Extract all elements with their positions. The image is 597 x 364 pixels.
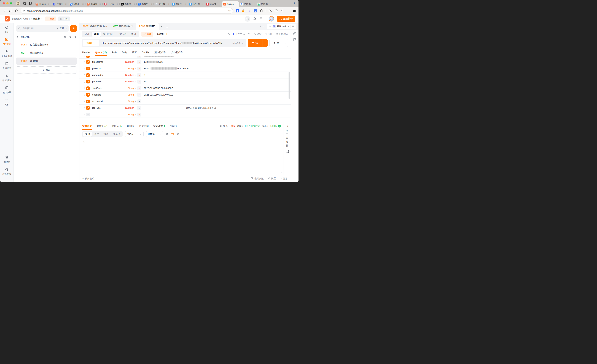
new-tab-button[interactable]: + xyxy=(292,1,297,6)
required-toggle[interactable]: * xyxy=(137,67,141,70)
send-options-icon[interactable] xyxy=(262,39,267,47)
minimize-window-button[interactable] xyxy=(6,2,8,4)
doc-tab[interactable]: POST新建接口 xyxy=(136,23,159,30)
required-toggle[interactable]: * xyxy=(137,73,141,77)
browser-tab[interactable]: 组织管 × xyxy=(171,1,188,7)
param-enabled-checkbox[interactable] xyxy=(86,73,90,77)
sidebar-item-api-manage[interactable]: API管理 xyxy=(3,38,10,46)
tab-close-icon[interactable]: × xyxy=(252,3,255,5)
sidebar-item-project-settings[interactable]: 项目设置 xyxy=(2,86,11,94)
param-key[interactable]: pageSize xyxy=(92,80,122,83)
share-button[interactable]: 分享 xyxy=(58,16,70,21)
share-api-button[interactable]: 分享 xyxy=(141,32,153,37)
param-value[interactable]: 2025-02-09T00:00:00.000Z xyxy=(144,87,288,90)
favorites-list-icon[interactable] xyxy=(268,9,272,13)
save-button[interactable]: 保 存 xyxy=(269,39,288,47)
param-enabled-checkbox[interactable] xyxy=(86,60,90,64)
extension-image-icon[interactable] xyxy=(253,9,257,13)
param-tab[interactable]: 预执行操作 xyxy=(154,49,166,56)
tab-close-icon[interactable]: × xyxy=(65,3,67,5)
sidebar-item-support[interactable]: 联系客服 xyxy=(2,167,11,176)
panel-layout-icon[interactable] xyxy=(285,150,289,153)
browser-tab[interactable]: 点点餐 × xyxy=(205,1,222,7)
param-key[interactable]: timestamp xyxy=(92,61,122,63)
view-mode-预览[interactable]: 预览 xyxy=(101,132,110,137)
add-api-button[interactable]: + xyxy=(70,25,77,32)
response-body-content[interactable] xyxy=(89,139,282,173)
param-enabled-checkbox[interactable] xyxy=(86,93,90,97)
param-value[interactable]: 1733616 xyxy=(144,61,288,63)
param-type-select[interactable]: Number xyxy=(122,61,134,63)
browser-tab[interactable]: ☰ 企业授 × xyxy=(154,1,171,7)
extension-lock-icon[interactable] xyxy=(242,9,245,13)
doc-tab-more-icon[interactable]: … xyxy=(164,25,169,28)
env-manage-icon[interactable] xyxy=(292,25,295,28)
param-tab[interactable]: Header xyxy=(82,49,90,56)
browser-tab[interactable]: ☰ Hupu.c × xyxy=(34,1,51,7)
mode-tab-一键压测[interactable]: 一键压测 xyxy=(115,32,129,37)
tab-close-icon[interactable]: × xyxy=(133,3,135,5)
tab-close-icon[interactable]: × xyxy=(82,3,84,5)
sidebar-item-docs[interactable]: 文档管理 xyxy=(2,62,11,70)
param-tab[interactable]: 认证 xyxy=(132,49,137,56)
clone-button[interactable]: 克隆 xyxy=(264,32,273,36)
param-enabled-checkbox[interactable] xyxy=(86,106,90,110)
view-mode-美化[interactable]: 美化 xyxy=(83,132,92,137)
response-tab[interactable]: Cookie xyxy=(127,122,134,130)
changelog-icon[interactable] xyxy=(259,17,263,21)
drag-handle-icon[interactable]: ⋮⋮ xyxy=(82,56,86,57)
tab-close-icon[interactable]: × xyxy=(201,3,204,5)
tab-sidebar-icon[interactable] xyxy=(28,2,32,5)
save-options-icon[interactable] xyxy=(283,39,288,47)
collapse-panel-icon[interactable]: « xyxy=(287,124,288,127)
new-button[interactable]: +新建 xyxy=(45,16,56,21)
tab-close-icon[interactable]: × xyxy=(99,3,101,5)
required-toggle[interactable]: * xyxy=(137,106,141,110)
param-value[interactable]: 3e867dbfcc60d6f xyxy=(144,67,288,70)
param-value[interactable]: 2025-02-11T00:00:00.000Z xyxy=(144,93,288,96)
drag-handle-icon[interactable]: ⋮⋮ xyxy=(82,101,86,102)
param-value[interactable]: 0 xyxy=(144,74,288,76)
param-key[interactable]: pageIndex xyxy=(92,74,122,76)
param-enabled-checkbox[interactable] xyxy=(86,56,90,58)
downloads-icon[interactable] xyxy=(280,9,284,13)
param-type-select[interactable]: Number xyxy=(122,74,134,76)
add-doc-tab-button[interactable]: + xyxy=(159,25,164,28)
browser-tab[interactable]: 新标签 × xyxy=(119,1,136,7)
bottom-bar-更多[interactable]: 更多 xyxy=(280,177,288,180)
browser-tab[interactable]: 明 新版的 × xyxy=(136,1,154,7)
required-toggle[interactable]: * xyxy=(137,56,141,58)
param-tab[interactable]: Path xyxy=(112,49,117,56)
api-version-icon[interactable] xyxy=(293,32,297,36)
doc-tab[interactable]: POST点点餐获取token xyxy=(79,23,110,30)
param-enabled-checkbox[interactable] xyxy=(86,100,90,103)
mode-tab-Mock[interactable]: Mock xyxy=(129,32,139,37)
browser-tab[interactable]: Apipos × xyxy=(222,1,239,7)
sidebar-item-history[interactable]: 最近 xyxy=(5,26,9,34)
assert-validate-label[interactable]: 断言与校验 xyxy=(286,129,288,147)
browser-tab[interactable]: G 时间戳 × xyxy=(239,1,256,7)
browser-tab[interactable]: ☰ 8点1氪 × xyxy=(85,1,102,7)
browser-tab[interactable]: 工 时间戳( × xyxy=(256,1,273,7)
browser-profile-avatar[interactable] xyxy=(16,1,20,6)
param-key[interactable]: accountId xyxy=(92,100,122,103)
copy-response-icon[interactable] xyxy=(165,133,169,136)
archive-save-button[interactable]: 归档保存 xyxy=(275,32,288,36)
download-response-icon[interactable]: ↓ xyxy=(278,125,281,127)
tab-close-icon[interactable]: × xyxy=(48,3,50,5)
drag-handle-icon[interactable]: ⋮⋮ xyxy=(82,61,86,63)
doc-tab[interactable]: GET获取签约客户 xyxy=(110,23,136,30)
invite-collaborate-button[interactable]: 邀请协作 xyxy=(277,16,295,22)
url-input[interactable]: https://api.mingdao.com/v1/open/ActionLo… xyxy=(100,42,233,44)
tab-close-icon[interactable]: × xyxy=(150,3,152,5)
param-tab[interactable]: Body xyxy=(122,49,127,56)
compact-mode-toggle[interactable]: «精简模式 xyxy=(82,177,94,180)
refresh-icon[interactable] xyxy=(64,36,66,39)
sidebar-item-more[interactable]: 更多 xyxy=(5,98,9,106)
save-response-icon[interactable] xyxy=(177,133,180,136)
api-list-item[interactable]: GET获取签约客户 xyxy=(16,49,77,56)
lock-button[interactable]: 锁定 xyxy=(253,32,261,36)
param-enabled-checkbox[interactable] xyxy=(86,86,90,90)
response-tab[interactable]: 控制台 xyxy=(170,122,177,130)
extension-lightning-icon[interactable] xyxy=(248,9,251,13)
